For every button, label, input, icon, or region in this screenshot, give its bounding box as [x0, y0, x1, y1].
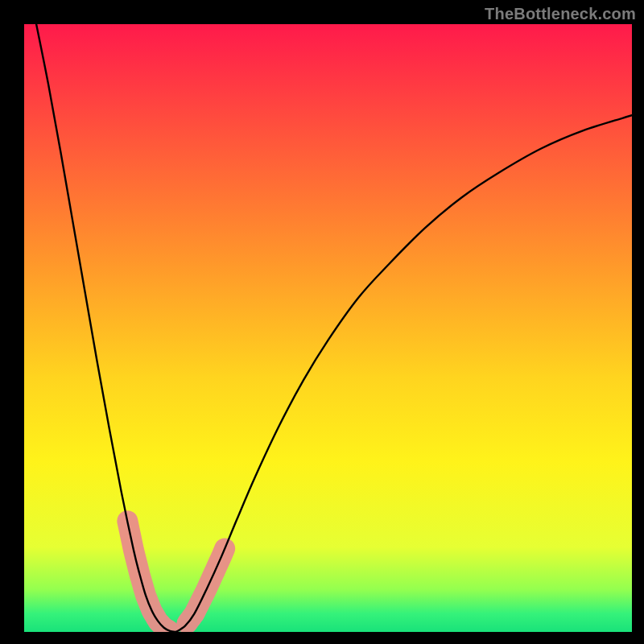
chart-svg — [24, 24, 632, 632]
watermark-text: TheBottleneck.com — [485, 5, 636, 23]
chart-frame: TheBottleneck.com — [0, 0, 644, 644]
chart-plot-area — [24, 24, 632, 632]
gradient-background — [24, 24, 632, 632]
